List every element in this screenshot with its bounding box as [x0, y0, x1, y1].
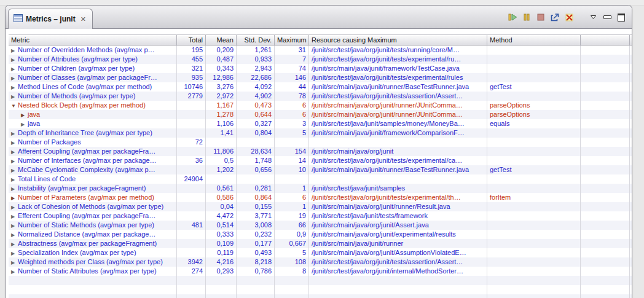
cell-mean: 0,5: [206, 156, 237, 165]
stop-button[interactable]: [536, 13, 546, 22]
tree-expand-icon[interactable]: ▶: [11, 46, 18, 55]
table-row[interactable]: ▶Number of Interfaces (avg/max per packa…: [9, 156, 632, 165]
cell-resource: /junit/src/main/java/junit/runner: [309, 239, 487, 248]
cell-std: 8,218: [237, 257, 275, 267]
table-row[interactable]: ▶Depth of Inheritance Tree (avg/max per …: [9, 128, 632, 138]
tree-expand-icon[interactable]: ▶: [11, 194, 18, 202]
column-header-metric[interactable]: Metric: [9, 35, 177, 45]
cell-std: [237, 276, 275, 285]
cell-resource: /junit/src/test/java/junit/samples/money…: [309, 119, 487, 128]
table-row[interactable]: ▶Method Lines of Code (avg/max per metho…: [9, 82, 632, 92]
tree-expand-icon[interactable]: ▶: [11, 267, 18, 276]
table-row[interactable]: ▼Nested Block Depth (avg/max per method)…: [9, 101, 632, 110]
tree-expand-icon[interactable]: ▶: [11, 83, 18, 92]
cell-method: [487, 294, 581, 298]
cell-max: 146: [275, 73, 309, 82]
cell-resource: /junit/src/test/java/junit/samples: [309, 184, 487, 193]
cell-method: [487, 92, 581, 101]
pause-button[interactable]: [522, 13, 532, 22]
tree-expand-icon[interactable]: ▶: [11, 138, 18, 147]
tree-expand-icon[interactable]: ▶: [21, 111, 28, 119]
tree-expand-icon[interactable]: ▶: [11, 212, 18, 221]
column-header-method[interactable]: Method: [487, 35, 581, 45]
table-row[interactable]: ▶McCabe Cyclomatic Complexity (avg/max p…: [9, 165, 632, 174]
table-row[interactable]: ▶java1,2780,6446/junit/src/main/java/org…: [9, 110, 632, 119]
table-row[interactable]: ▶Number of Parameters (avg/max per metho…: [9, 193, 632, 202]
tree-expand-icon[interactable]: ▶: [11, 74, 18, 82]
maximize-button[interactable]: [617, 13, 626, 22]
tree-expand-icon[interactable]: ▶: [11, 92, 18, 101]
table-row[interactable]: ▶Instability (avg/max per packageFragmen…: [9, 184, 632, 193]
tree-expand-icon[interactable]: ▶: [11, 258, 18, 267]
tree-expand-icon[interactable]: ▶: [11, 157, 18, 165]
minimize-button[interactable]: [603, 13, 611, 22]
table-row[interactable]: ▶Afferent Coupling (avg/max per packageF…: [9, 147, 632, 156]
cell-std: 0,786: [237, 267, 275, 276]
cell-spacer: [581, 82, 630, 92]
cell-std: 0,155: [237, 202, 275, 211]
metric-label: Number of Overridden Methods (avg/max p…: [18, 46, 155, 53]
table-row[interactable]: ▶Number of Children (avg/max per type)32…: [9, 64, 632, 73]
tree-expand-icon[interactable]: ▶: [11, 221, 18, 230]
cell-mean: 12,986: [206, 73, 237, 82]
cell-method: [487, 230, 581, 239]
view-menu-button[interactable]: [589, 13, 597, 22]
column-header-max[interactable]: Maximum: [275, 35, 309, 45]
cell-total: [177, 294, 206, 298]
tree-expand-icon[interactable]: ▶: [11, 175, 18, 184]
column-header-std[interactable]: Std. Dev.: [237, 35, 275, 45]
metric-label: Number of Classes (avg/max per packageFr…: [18, 74, 157, 81]
table-row[interactable]: ▶Lack of Cohesion of Methods (avg/max pe…: [9, 202, 632, 211]
tree-collapse-icon[interactable]: ▼: [11, 101, 18, 110]
tab-metrics-junit[interactable]: Metrics – junit ✕: [8, 9, 93, 29]
table-row[interactable]: ▶Abstractness (avg/max per packageFragme…: [9, 239, 632, 248]
table-row[interactable]: ▶Weighted methods per Class (avg/max per…: [9, 257, 632, 267]
cell-std: 0,933: [237, 55, 275, 64]
table-row[interactable]: ▶java1,1060,3273/junit/src/test/java/jun…: [9, 119, 632, 128]
cell-mean: 2,972: [206, 92, 237, 101]
tree-expand-icon[interactable]: ▶: [11, 203, 18, 211]
table-row[interactable]: ▶Number of Overridden Methods (avg/max p…: [9, 45, 632, 55]
metric-label: Instability (avg/max per packageFragment…: [18, 184, 146, 192]
metric-label: Number of Methods (avg/max per type): [18, 92, 135, 100]
abort-button[interactable]: [564, 13, 574, 22]
tree-expand-icon[interactable]: ▶: [11, 249, 18, 257]
table-row[interactable]: ▶Specialization Index (avg/max per type)…: [9, 248, 632, 257]
cell-mean: 0,343: [206, 64, 237, 73]
column-header-mean[interactable]: Mean: [206, 35, 237, 45]
table-row[interactable]: ▶Number of Methods (avg/max per type)277…: [9, 92, 632, 101]
cell-method: equals: [487, 119, 581, 128]
tree-expand-icon[interactable]: ▶: [11, 184, 18, 193]
cell-spacer: [581, 138, 630, 147]
tree-expand-icon[interactable]: ▶: [11, 230, 18, 239]
tree-expand-icon[interactable]: ▶: [11, 129, 18, 138]
cell-mean: 1,41: [206, 128, 237, 138]
cell-max: 74: [275, 64, 309, 73]
cell-resource: /junit/src/main/java/org/junit/experimen…: [309, 230, 487, 239]
table-row[interactable]: ▶Number of Static Attributes (avg/max pe…: [9, 267, 632, 276]
cell-resource: [309, 174, 487, 184]
export-button[interactable]: [550, 13, 560, 22]
table-row[interactable]: ▶Number of Static Methods (avg/max per t…: [9, 221, 632, 230]
resume-button[interactable]: [508, 13, 517, 22]
metrics-table: MetricTotalMeanStd. Dev.MaximumResource …: [9, 34, 632, 298]
tree-expand-icon[interactable]: ▶: [11, 55, 18, 64]
close-icon[interactable]: ✕: [80, 16, 86, 23]
table-row[interactable]: ▶Efferent Coupling (avg/max per packageF…: [9, 211, 632, 221]
tree-expand-icon[interactable]: ▶: [11, 147, 18, 156]
table-row[interactable]: ▶Number of Classes (avg/max per packageF…: [9, 73, 632, 82]
column-header-total[interactable]: Total: [177, 35, 206, 45]
tree-expand-icon[interactable]: ▶: [11, 166, 18, 174]
table-row[interactable]: ▶Total Lines of Code24904: [9, 174, 632, 184]
tree-expand-icon[interactable]: ▶: [21, 120, 28, 128]
cell-spacer: [581, 267, 630, 276]
column-header-resource[interactable]: Resource causing Maximum: [309, 35, 487, 45]
table-row[interactable]: ▶Number of Packages72: [9, 138, 632, 147]
cell-max: 0,667: [275, 239, 309, 248]
cell-std: 2,943: [237, 64, 275, 73]
table-row[interactable]: ▶Number of Attributes (avg/max per type)…: [9, 55, 632, 64]
cell-metric: ▶java: [9, 119, 177, 128]
tree-expand-icon[interactable]: ▶: [11, 240, 18, 248]
tree-expand-icon[interactable]: ▶: [11, 65, 18, 73]
table-row[interactable]: ▶Normalized Distance (avg/max per packag…: [9, 230, 632, 239]
